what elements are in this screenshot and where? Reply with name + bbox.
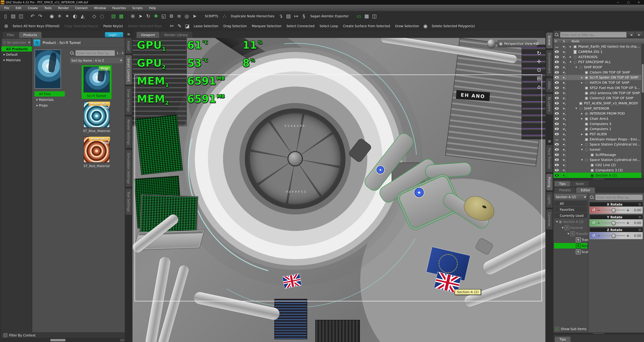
close-button[interactable]: ✕ [634,0,644,5]
file-category-item[interactable]: ▶ Materials [34,97,65,102]
node-label[interactable]: PST ALIEN [589,132,607,136]
decrement-button[interactable]: − [597,208,600,212]
visibility-toggle[interactable] [554,157,560,162]
history-forward-button[interactable]: ► [636,32,643,38]
marquee-edit-tool-button[interactable]: ✎ [176,22,184,30]
tab-tips-bottom[interactable]: Tips [555,337,570,342]
node-label[interactable]: Cistern ON TOP OF SHIP [589,70,630,74]
select-loop-button[interactable]: Select Loop [317,24,340,28]
paste-keys-button[interactable]: Paste Key(s) [101,24,126,28]
selectability-toggle[interactable] [560,111,568,116]
parameter-group-item[interactable]: ▼ Section A (2) [554,219,587,224]
left-dock-tab[interactable]: Smart Content [126,55,132,85]
menu-item[interactable]: Favorites [109,5,129,11]
lasso-selection-button[interactable]: Lasso Selection [191,24,221,28]
sidebar-category-item[interactable]: All Products [1,46,32,52]
scrollbar-thumb[interactable] [50,339,66,341]
visibility-toggle[interactable] [554,132,560,137]
active-pose-tool-button[interactable]: ⚙ [168,12,175,20]
decrement-button[interactable]: − [597,221,600,225]
scene-node-row[interactable]: Computers 1 [554,126,642,132]
node-label[interactable]: SHIP_INTERIOR [583,106,609,110]
node-label[interactable]: Section A (2) [595,173,617,177]
selectability-toggle[interactable] [560,49,568,54]
rotate-tool-button[interactable]: ↻ [144,12,152,20]
parameter-group-item[interactable]: All [554,201,587,206]
selectability-toggle[interactable] [560,116,568,121]
slider-track[interactable] [602,222,625,223]
visibility-toggle[interactable] [554,96,560,101]
show-sub-items-checkbox[interactable]: ✔ [555,327,559,331]
right-dock-tab[interactable]: ABas [546,78,552,92]
scene-node-row[interactable]: ▼ tunnel [554,147,642,152]
grow-selection-button[interactable]: Grow Selection [392,24,422,28]
selectability-toggle[interactable] [560,162,568,168]
pane-options-icon[interactable]: ≡ [127,32,130,36]
visibility-toggle[interactable] [554,126,560,132]
scene-node-row[interactable]: ScifiPassage [554,152,642,157]
product-filter-input[interactable] [76,50,115,56]
selectability-toggle[interactable] [560,70,568,75]
create-null-button[interactable]: ◌ [98,12,106,20]
delete-selected-keys-button[interactable]: Delete Selected Keys [125,24,164,28]
scene-node-row[interactable]: ▶ Planet_Earth_HD (select me to change m… [554,44,642,49]
tab-node[interactable]: Node [571,181,589,186]
sort-dropdown[interactable]: Sort by Name : A to Z ▼ [70,57,124,64]
selectability-toggle[interactable] [560,152,568,157]
node-label[interactable]: Space Station Cylindrical Interior [589,142,642,146]
spot-render-button[interactable]: ◉ [422,22,429,30]
right-dock-tab[interactable]: BJ Layers [546,94,552,115]
slider-track[interactable] [602,210,625,210]
scene-node-row[interactable]: Section A (2) [554,173,642,178]
history-back-button[interactable]: ◄ [628,32,635,38]
selectability-toggle[interactable] [560,65,568,70]
node-label[interactable]: EArkham Helper Props - Emissive Ghost Li… [589,137,642,141]
minimize-button[interactable]: — [613,0,623,5]
visibility-toggle[interactable] [554,147,560,152]
scene-node-row[interactable]: ▶ INTERIOR FROM POD [554,111,642,116]
parameter-group-item[interactable]: Scale [554,249,587,255]
expander-icon[interactable]: ▶ [580,112,584,115]
node-label[interactable]: PST_ALIEN_SHIP_v3_MAIN_BODY [583,101,638,105]
expander-icon[interactable]: ▶ [580,81,584,84]
node-label[interactable]: PST SPACESHIP ALL [578,60,611,64]
product-tile[interactable]: Material(s) MDL ST_Blue_Material [82,102,111,134]
expander-icon[interactable]: ▼ [574,107,578,110]
menu-item[interactable]: File [1,5,12,11]
selectability-toggle[interactable] [560,101,568,106]
selectability-toggle[interactable] [560,142,568,147]
expander-icon[interactable]: ▶ [580,76,584,79]
separator[interactable] [127,13,127,20]
node-label[interactable]: Sci-fi Spider ON TOP OF SHIP [589,75,638,79]
filter-by-context-checkbox[interactable] [3,333,8,337]
scene-node-row[interactable]: CAMERA ZIG 1 [554,49,642,54]
right-dock-tab[interactable]: Scene [546,33,552,48]
scene-node-row[interactable]: ▶ Sci-fi Spider ON TOP OF SHIP [554,75,642,80]
selectability-toggle[interactable] [560,80,568,85]
scene-node-row[interactable]: ▼ SHIP_INTERIOR [554,106,642,111]
marquee-selection-button[interactable]: Marquee Selection [250,24,284,28]
expander-icon[interactable]: ▶ [580,133,584,135]
slider-handle[interactable] [612,208,616,213]
selectability-toggle[interactable] [560,54,568,59]
node-label[interactable]: tunnel [589,148,600,152]
visibility-toggle[interactable] [554,137,560,142]
node-label[interactable]: Cistern(2 ON TOP OF SHIP [589,96,633,100]
node-label[interactable]: ScifiPassage [595,153,616,157]
selectability-toggle[interactable] [560,75,568,80]
selectability-toggle[interactable] [560,126,568,132]
expander-icon[interactable]: ▶ [580,143,584,146]
maximize-button[interactable]: ▢ [623,0,634,5]
expander-icon[interactable]: ▶ [568,45,572,48]
node-selector-dropdown[interactable]: Section A (2) ▼ [554,194,587,200]
create-distant-light-button[interactable]: ✳ [56,12,64,20]
node-label[interactable]: SHIP ROOF [583,65,602,69]
scene-node-row[interactable]: C02 Line (2) [554,162,642,168]
scrollbar-thumb[interactable] [642,64,644,93]
create-camera-button[interactable]: ◉ [48,12,56,20]
aspect-frame-toggle[interactable]: ▭ [355,12,363,20]
timeline-button[interactable]: ▤ [110,12,118,20]
right-dock-tab[interactable]: Face Transfer [546,145,552,172]
visibility-toggle[interactable] [554,70,560,75]
pane-options-icon[interactable]: ≡ [548,139,551,143]
